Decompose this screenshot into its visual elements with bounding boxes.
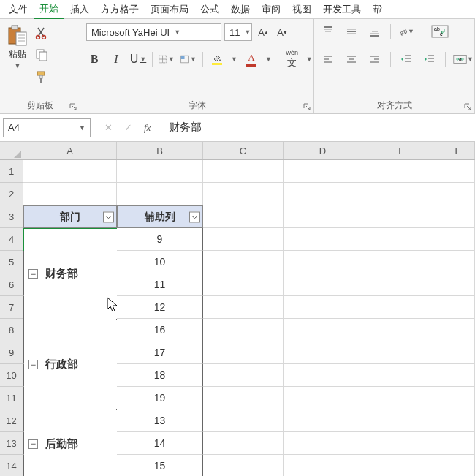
cell[interactable]: [441, 251, 475, 273]
dialog-launcher-icon[interactable]: [69, 102, 77, 111]
cell[interactable]: [203, 228, 284, 251]
cell[interactable]: [203, 409, 284, 432]
grow-font-button[interactable]: A▴: [255, 24, 271, 40]
merge-center-button[interactable]: a▼: [453, 51, 474, 67]
shrink-font-button[interactable]: A▾: [274, 24, 290, 40]
grid-body[interactable]: 1 2 3 部门 辅助列 49 510 611 712 816 917 1018…: [0, 160, 475, 476]
cell[interactable]: [203, 160, 284, 183]
borders-button[interactable]: ▼: [159, 51, 175, 67]
cell[interactable]: 14: [117, 432, 203, 455]
select-all-corner[interactable]: [0, 142, 23, 159]
cell[interactable]: 10: [117, 251, 203, 273]
cell[interactable]: [441, 341, 475, 364]
cell[interactable]: [284, 409, 362, 432]
merged-cell-group2[interactable]: − 行政部: [24, 320, 117, 409]
menu-dev[interactable]: 开发工具: [317, 1, 367, 18]
cell[interactable]: [362, 251, 441, 273]
cell[interactable]: [441, 160, 475, 183]
font-size-select[interactable]: 11▼: [224, 23, 252, 41]
cut-button[interactable]: [34, 25, 50, 41]
cell[interactable]: [203, 455, 284, 476]
cell[interactable]: [23, 160, 117, 183]
row-header[interactable]: 6: [0, 273, 23, 296]
cell[interactable]: [362, 455, 441, 476]
cell[interactable]: [284, 432, 362, 455]
menu-layout[interactable]: 页面布局: [145, 1, 194, 18]
cell[interactable]: [203, 251, 284, 273]
cell[interactable]: [284, 296, 362, 319]
cell[interactable]: 16: [117, 319, 203, 341]
cell[interactable]: 11: [117, 273, 203, 296]
cell[interactable]: [284, 319, 362, 341]
cell[interactable]: [284, 273, 362, 296]
filter-button[interactable]: [103, 211, 114, 222]
menu-data[interactable]: 数据: [225, 1, 256, 18]
collapse-button[interactable]: −: [28, 360, 38, 369]
row-header[interactable]: 3: [0, 205, 23, 228]
cell[interactable]: [284, 455, 362, 476]
cell[interactable]: [441, 455, 475, 476]
cell-style-button[interactable]: ▼: [180, 51, 197, 67]
cell[interactable]: [284, 341, 362, 364]
merged-cell-group3[interactable]: − 后勤部: [24, 410, 117, 476]
cell[interactable]: [362, 319, 441, 341]
cell[interactable]: [203, 432, 284, 455]
row-header[interactable]: 8: [0, 319, 23, 341]
menu-view[interactable]: 视图: [286, 1, 317, 18]
col-header-E[interactable]: E: [362, 142, 441, 159]
cell[interactable]: 12: [117, 296, 203, 319]
underline-button[interactable]: U▼: [130, 51, 146, 67]
cell[interactable]: [284, 205, 362, 228]
cell[interactable]: [284, 251, 362, 273]
dialog-launcher-icon[interactable]: [463, 102, 472, 111]
cell[interactable]: [441, 409, 475, 432]
menu-insert[interactable]: 插入: [64, 1, 95, 18]
filter-button[interactable]: [189, 211, 200, 222]
cell[interactable]: [441, 228, 475, 251]
increase-indent-button[interactable]: [422, 51, 438, 67]
cell[interactable]: [23, 183, 117, 205]
cell[interactable]: [284, 364, 362, 387]
cell[interactable]: [284, 387, 362, 409]
merged-cell-group1[interactable]: − 财务部: [24, 229, 117, 319]
formula-input[interactable]: 财务部: [162, 121, 475, 135]
collapse-button[interactable]: −: [28, 269, 38, 279]
font-name-select[interactable]: Microsoft YaHei UI▼: [86, 23, 221, 41]
col-header-C[interactable]: C: [203, 142, 284, 159]
cell[interactable]: [362, 183, 441, 205]
cell[interactable]: [441, 387, 475, 409]
copy-button[interactable]: [34, 47, 50, 63]
cell[interactable]: [362, 273, 441, 296]
cell[interactable]: [203, 319, 284, 341]
cell[interactable]: [441, 319, 475, 341]
cell[interactable]: [203, 296, 284, 319]
col-header-F[interactable]: F: [441, 142, 475, 159]
orientation-button[interactable]: ab▼: [398, 23, 414, 39]
cell[interactable]: [441, 432, 475, 455]
cell[interactable]: 15: [117, 455, 203, 476]
cancel-icon[interactable]: ✕: [104, 122, 113, 133]
cell[interactable]: 19: [117, 387, 203, 409]
cell[interactable]: [441, 205, 475, 228]
menu-review[interactable]: 审阅: [256, 1, 286, 18]
col-header-B[interactable]: B: [117, 142, 203, 159]
enter-icon[interactable]: ✓: [124, 122, 132, 133]
align-center-button[interactable]: [343, 51, 360, 67]
decrease-indent-button[interactable]: [398, 51, 414, 67]
row-header[interactable]: 10: [0, 364, 23, 387]
align-right-button[interactable]: [367, 51, 383, 67]
cell[interactable]: [362, 387, 441, 409]
row-header[interactable]: 9: [0, 341, 23, 364]
cell[interactable]: [117, 160, 203, 183]
row-header[interactable]: 7: [0, 296, 23, 319]
bold-button[interactable]: B: [86, 51, 102, 67]
chevron-down-icon[interactable]: ▼: [265, 56, 272, 63]
row-header[interactable]: 13: [0, 432, 23, 455]
menu-file[interactable]: 文件: [3, 1, 34, 18]
cell[interactable]: [441, 183, 475, 205]
wrap-text-button[interactable]: abc: [430, 23, 450, 39]
cell[interactable]: [441, 273, 475, 296]
menu-fangfang[interactable]: 方方格子: [95, 1, 145, 18]
cell[interactable]: 17: [117, 341, 203, 364]
font-color-button[interactable]: A: [243, 51, 259, 67]
